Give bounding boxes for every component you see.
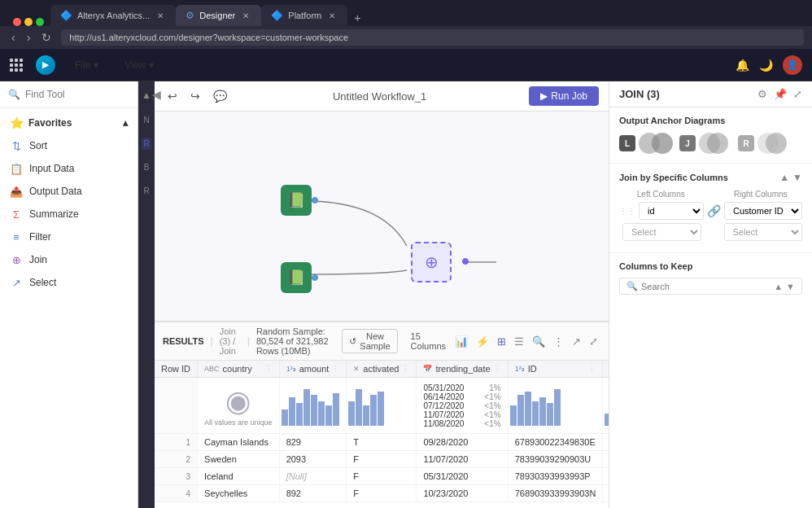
column-count: 15 Columns	[411, 331, 446, 351]
col-header-row-id: Row ID	[155, 361, 198, 378]
results-tab[interactable]: RESULTS	[163, 335, 204, 348]
left-column-select-empty[interactable]: Select	[622, 223, 701, 241]
input-node-1[interactable]: 📗	[281, 185, 312, 216]
col-header-trending-date[interactable]: 📅 trending_date ⋮	[417, 361, 508, 378]
find-tool-input[interactable]	[25, 89, 147, 100]
node2-port	[312, 274, 318, 281]
left-column-select[interactable]: id	[639, 202, 704, 220]
profile-trending-date: 05/31/20201% 06/14/2020<1% 07/12/2020<1%…	[417, 378, 508, 434]
cell-amount-4: 892	[279, 485, 347, 502]
sidebar-item-sort[interactable]: ⇅ Sort	[0, 134, 138, 157]
columns-search-input[interactable]	[641, 282, 771, 291]
notification-button[interactable]: 🔔	[736, 59, 749, 72]
join-columns-up-button[interactable]: ▲	[779, 172, 789, 183]
favorites-section-header[interactable]: ⭐ Favorites ▴	[0, 112, 138, 134]
col-header-country[interactable]: ABC country ⋮	[198, 361, 280, 378]
profile-sales	[603, 378, 609, 434]
forward-button[interactable]: ›	[24, 29, 34, 46]
left-sidebar: 🔍 ◀ ⭐ Favorites ▴ ⇅ Sort 📋 Input Data 📤	[0, 81, 138, 508]
grid-view-button[interactable]: ⊞	[495, 335, 509, 348]
sidebar-item-join[interactable]: ⊕ Join	[0, 248, 138, 271]
sidebar-item-select[interactable]: ↗ Select	[0, 271, 138, 294]
col-header-amount[interactable]: 1²₃ amount ⋮	[279, 361, 347, 378]
back-button[interactable]: ‹	[8, 29, 19, 46]
right-panel: JOIN (3) ⚙ 📌 ⤢ Output Anchor Diagrams L	[609, 81, 812, 508]
list-view-button[interactable]: ☰	[512, 335, 526, 348]
search-results-button[interactable]: 🔍	[530, 335, 548, 348]
rail-icon-3[interactable]: R	[142, 138, 151, 150]
theme-button[interactable]: 🌙	[759, 59, 773, 72]
more-options-button[interactable]: ⋮	[551, 335, 566, 348]
tab-alteryx-close[interactable]: ✕	[155, 10, 166, 21]
view-buttons: 📊 ⚡ ⊞ ☰ 🔍 ⋮ ↗ ⤢	[452, 335, 600, 348]
sidebar-item-input-data[interactable]: 📋 Input Data	[0, 157, 138, 180]
col-header-sales[interactable]: 1.2 sales_2021 ⋮	[603, 361, 609, 378]
redo-button[interactable]: ↪	[187, 88, 203, 104]
bar-chart-view-button[interactable]: 📊	[452, 335, 470, 348]
trending-date-type-icon: 📅	[423, 365, 432, 373]
activated-type-icon: ✕	[353, 365, 360, 373]
results-panel: RESULTS | Join (3) / Join | Random Sampl…	[155, 321, 609, 508]
amount-type-icon: 1²₃	[286, 365, 296, 373]
cell-row-id-2: 2	[155, 451, 198, 468]
panel-icons: ⚙ 📌 ⤢	[757, 88, 802, 100]
view-menu-label: View	[124, 59, 146, 71]
new-sample-button[interactable]: ↺ New Sample	[342, 329, 397, 353]
refresh-button[interactable]: ↻	[38, 29, 55, 46]
file-menu[interactable]: File ▾	[68, 56, 105, 74]
cell-id-2: 78399039290903U	[508, 451, 603, 468]
rail-icon-5[interactable]: R	[142, 185, 151, 197]
trending-date-sort-icon: ⋮	[494, 365, 501, 373]
cell-trending-date-3: 05/31/2020	[417, 468, 508, 485]
cell-activated-1: T	[347, 434, 417, 451]
user-avatar[interactable]: 👤	[783, 55, 802, 75]
input-node-2[interactable]: 📗	[281, 262, 312, 293]
tab-alteryx[interactable]: 🔷 Alteryx Analytics... ✕	[50, 5, 176, 26]
right-column-select-empty[interactable]: Select	[724, 223, 803, 241]
view-menu[interactable]: View ▾	[118, 56, 160, 74]
col-header-activated[interactable]: ✕ activated ⋮	[347, 361, 417, 378]
file-menu-label: File	[75, 59, 90, 71]
new-tab-button[interactable]: +	[351, 10, 364, 26]
undo-button[interactable]: ↩	[164, 88, 181, 104]
cell-sales-1: 18.843	[603, 434, 609, 451]
panel-expand-button[interactable]: ⤢	[793, 88, 802, 100]
input-data-icon: 📋	[10, 162, 23, 175]
address-bar[interactable]	[61, 29, 804, 46]
lightning-view-button[interactable]: ⚡	[474, 335, 491, 348]
sidebar-item-summarize[interactable]: Σ Summarize	[0, 203, 138, 226]
rail-icon-4[interactable]: B	[142, 161, 151, 173]
keep-sort-up-button[interactable]: ▲	[774, 282, 783, 291]
col-header-id[interactable]: 1²₃ ID ⋮	[508, 361, 603, 378]
sidebar-collapse-button[interactable]: ◀	[152, 88, 161, 101]
right-column-select[interactable]: Customer ID	[724, 202, 802, 220]
tab-designer-close[interactable]: ✕	[240, 10, 251, 21]
expand-button[interactable]: ⤢	[587, 335, 600, 348]
tab-platform-close[interactable]: ✕	[326, 10, 338, 21]
join-columns-down-button[interactable]: ▼	[792, 172, 802, 183]
app-logo: ▶	[36, 55, 55, 75]
favorites-star-icon: ⭐	[10, 116, 24, 129]
panel-pin-button[interactable]: 📌	[774, 88, 787, 100]
sidebar-item-filter[interactable]: ≡ Filter	[0, 226, 138, 248]
table-row: 4 Seychelles 892 F 10/23/2020 7689039339…	[155, 485, 609, 502]
panel-settings-button[interactable]: ⚙	[757, 88, 767, 100]
join-anchor: J	[679, 132, 731, 155]
tab-designer[interactable]: ⚙ Designer ✕	[176, 5, 261, 26]
waffle-menu[interactable]	[10, 59, 23, 72]
workflow-canvas[interactable]: 📗 📗 ⊕	[155, 112, 609, 321]
cell-id-4: 768903933993903N	[508, 485, 603, 502]
sidebar-item-output-data[interactable]: 📤 Output Data	[0, 180, 138, 203]
rail-icon-2[interactable]: N	[142, 114, 151, 126]
run-job-button[interactable]: ▶ Run Job	[529, 86, 599, 106]
tab-platform[interactable]: 🔷 Platform ✕	[261, 5, 347, 26]
cell-sales-3: 19.034	[603, 468, 609, 485]
keep-sort-down-button[interactable]: ▼	[786, 282, 795, 291]
cell-country-4: Seychelles	[198, 485, 280, 502]
comment-button[interactable]: 💬	[210, 88, 230, 104]
cell-row-id-3: 3	[155, 468, 198, 485]
right-panel-header: JOIN (3) ⚙ 📌 ⤢	[609, 81, 812, 107]
results-breadcrumb: Join (3) / Join	[220, 326, 241, 356]
external-link-button[interactable]: ↗	[570, 335, 583, 348]
join-node[interactable]: ⊕	[411, 242, 452, 282]
